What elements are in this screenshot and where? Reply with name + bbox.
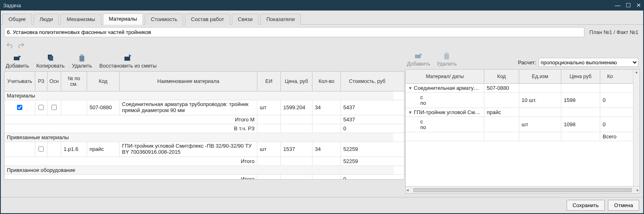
summary-itogo-label: Итого [4,157,257,165]
cell-price: 1537 [281,142,312,157]
plan-fact-label: План №1 / Факт №1 [588,29,640,35]
table-row[interactable]: 1.р1.6 прайс ГПИ-тройник угловой Смитфле… [4,142,404,157]
consider-checkbox[interactable] [17,105,22,110]
tree-child-row[interactable]: спо 10 шт. 1599 0 [406,93,640,108]
copy-button[interactable]: Копировать [36,54,64,69]
scroll-left-icon[interactable]: ◂ [407,188,409,192]
window-title: Задача [3,2,21,8]
scroll-right-icon[interactable]: ▸ [637,188,639,192]
child-price: 1098 [561,117,600,132]
window-controls: — ☐ ✕ [615,2,642,8]
date-from-label: с [420,119,426,125]
cell-num [61,100,87,115]
summary-itogo-eq-value: 0 [341,175,394,180]
cell-code: прайс [87,142,120,157]
col-cost[interactable]: Стоимость, руб [341,72,394,91]
cell-code: 507-0880 [87,100,120,115]
chevron-down-icon[interactable]: ▾ [408,85,412,91]
group-bound-materials: Привязанные материалы [4,133,394,142]
right-add-label: Добавить [407,61,430,67]
horizontal-scrollbar[interactable]: ◂ ▸ [406,186,640,193]
right-delete-button[interactable]: Удалить [436,52,457,67]
rcol-price[interactable]: Цена руб [561,70,600,83]
tab-people[interactable]: Люди [34,14,59,25]
tab-indicators[interactable]: Показатели [260,14,301,25]
date-to-label: по [420,125,426,130]
cell-unit: шт [257,100,281,115]
child-unit: шт [519,117,561,132]
task-name-input[interactable] [4,27,584,37]
scroll-up-icon[interactable]: ▴ [633,70,640,74]
tab-links[interactable]: Связи [232,14,259,25]
col-unit[interactable]: ЕИ [257,72,281,91]
tree-row[interactable]: ▾ГПИ-тройник угловой См… прайс [406,108,640,117]
save-button[interactable]: Сохранить [567,200,605,211]
col-price[interactable]: Цена, руб [281,72,312,91]
table-row[interactable]: 507-0880 Соединительная арматура трубопр… [4,100,404,115]
titlebar: Задача — ☐ ✕ [0,0,644,11]
col-consider[interactable]: Учитывать [4,72,35,91]
vertical-scrollbar[interactable]: ▴ [633,70,640,186]
add-icon [415,52,423,60]
material-name: ГПИ-тройник угловой См… [414,109,480,115]
child-qty: 0 [600,93,620,108]
col-qty[interactable]: Кол-во [312,72,341,91]
col-rz[interactable]: РЗ [35,72,47,91]
tab-materials[interactable]: Материалы [103,13,143,25]
summary-itogo-bound-value: 52259 [341,157,394,165]
col-num[interactable]: № по см. [61,72,87,91]
delete-button[interactable]: Удалить [72,54,92,69]
cell-cost: 52259 [341,142,394,157]
materials-grid[interactable]: Учитывать РЗ Осн № по см. Код Наименован… [4,71,404,180]
right-add-button[interactable]: Добавить [407,52,430,67]
col-name[interactable]: Наименование материала [120,72,257,91]
tabbar: Общее Люди Механизмы Материалы Стоимость… [1,11,643,25]
add-button[interactable]: Добавить [6,54,29,69]
delete-label: Удалить [72,63,92,69]
minimize-icon[interactable]: — [615,2,620,8]
redo-icon[interactable] [18,42,25,50]
price-grid[interactable]: Материал/ даты Код Ед.изм Цена руб Ко ▾С… [405,69,640,194]
tab-mechanisms[interactable]: Механизмы [60,14,101,25]
scrollbar-thumb[interactable] [413,188,632,192]
child-unit: 10 шт. [519,93,561,108]
add-icon [13,54,21,62]
calc-select[interactable]: пропорционально выполнению [539,58,638,67]
maximize-icon[interactable]: ☐ [625,2,631,8]
summary-itogo-m-value: 5437 [341,115,394,124]
tab-general[interactable]: Общее [2,14,32,25]
rcol-material[interactable]: Материал/ даты [406,70,484,83]
col-code[interactable]: Код [87,72,120,91]
total-label: Всего [600,132,620,141]
chevron-down-icon[interactable]: ▾ [408,109,412,115]
material-code: 507-0880 [484,84,519,92]
osn-checkbox[interactable] [51,105,57,110]
rcol-unit[interactable]: Ед.изм [519,70,561,83]
trash-icon [79,54,85,62]
material-code: прайс [484,108,519,117]
svg-rect-2 [124,57,130,61]
cancel-button[interactable]: Отмена [608,200,639,211]
trash-icon [443,52,450,60]
tree-child-row[interactable]: спо шт 1098 0 [406,117,640,132]
undo-icon[interactable] [6,42,13,50]
rcol-qty[interactable]: Ко [600,70,620,83]
rz-checkbox[interactable] [39,146,44,152]
rz-checkbox[interactable] [39,105,44,110]
cell-unit: шт [257,142,281,157]
cell-qty: 34 [312,100,341,115]
material-name: Соединительная армату… [414,85,479,91]
rcol-code[interactable]: Код [484,70,519,83]
restore-button[interactable]: Восстановить из сметы [99,54,156,69]
tab-work-composition[interactable]: Состав работ [185,14,230,25]
summary-vtch-rz-label: В т.ч. РЗ [4,124,257,133]
tree-row[interactable]: ▾Соединительная армату… 507-0880 [406,84,640,93]
copy-label: Копировать [36,63,64,69]
col-osn[interactable]: Осн [47,72,61,91]
child-qty: 0 [600,117,620,132]
close-icon[interactable]: ✕ [636,2,642,8]
total-row: Всего [406,132,640,141]
tab-cost[interactable]: Стоимость [145,14,183,25]
child-price: 1599 [561,93,600,108]
cell-name: ГПИ-тройник угловой Смитфлекс -ПВ 32/90-… [120,142,257,157]
